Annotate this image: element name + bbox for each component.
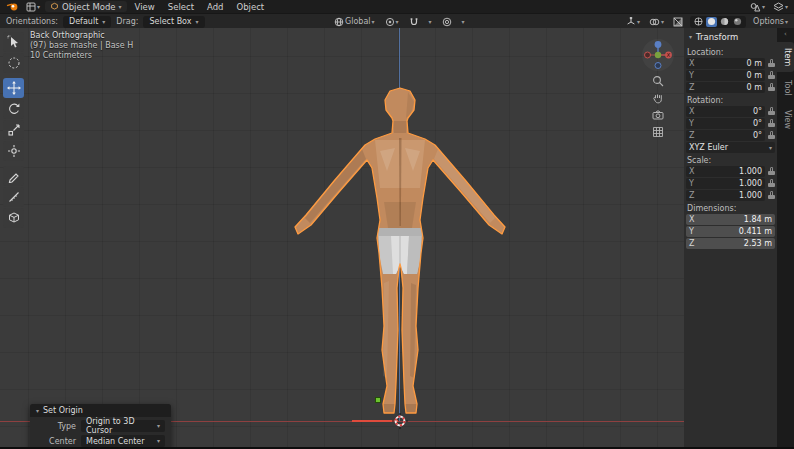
shading-solid-button[interactable] xyxy=(706,17,717,27)
orientation-value: Global xyxy=(345,17,371,26)
origin-type-dropdown[interactable]: Origin to 3D Cursor ▾ xyxy=(81,420,165,432)
pivot-point-dropdown[interactable]: ▾ xyxy=(383,17,401,27)
gizmo-x-label: X xyxy=(667,52,671,58)
mesh-object-human[interactable] xyxy=(280,78,520,428)
editor-type-selector[interactable]: ▾ xyxy=(24,2,42,12)
menu-select[interactable]: Select xyxy=(163,2,199,12)
chevron-down-icon: ▾ xyxy=(157,438,160,444)
origin-center-dropdown[interactable]: Median Center ▾ xyxy=(81,435,165,447)
view-layer-selector[interactable]: ▾ xyxy=(771,2,790,12)
chevron-down-icon: ▾ xyxy=(102,19,105,25)
rotation-x-field[interactable]: X0° xyxy=(686,106,765,117)
lock-icon[interactable] xyxy=(768,192,775,199)
proportional-falloff-dropdown[interactable]: ▾ xyxy=(460,19,467,25)
mode-selector[interactable]: Object Mode ▾ xyxy=(45,1,127,12)
options-label: Options xyxy=(753,17,784,26)
scale-x-field[interactable]: X1.000 xyxy=(686,166,765,177)
scale-y-field[interactable]: Y1.000 xyxy=(686,178,765,189)
tool-select-box[interactable] xyxy=(3,32,24,52)
tab-item[interactable]: Item xyxy=(777,42,794,72)
gizmo-y-axis[interactable] xyxy=(655,52,661,58)
tool-settings-bar: Orientations: Default ▾ Drag: Select Box… xyxy=(0,13,794,29)
options-dropdown[interactable]: Options ▾ xyxy=(751,17,790,26)
tool-move[interactable] xyxy=(3,78,24,98)
pan-hand-icon[interactable] xyxy=(651,91,665,104)
xray-toggle[interactable] xyxy=(671,17,685,27)
location-y-field[interactable]: Y0 m xyxy=(686,70,765,81)
transform-orientation-dropdown[interactable]: Global ▾ xyxy=(332,17,377,27)
proportional-editing-toggle[interactable] xyxy=(440,17,454,27)
set-origin-panel-header[interactable]: ▾ Set Origin xyxy=(30,404,171,417)
cursor-3d[interactable] xyxy=(392,413,408,429)
blender-logo-icon[interactable] xyxy=(4,2,21,12)
tool-select-circle[interactable] xyxy=(3,53,24,73)
snap-settings-dropdown[interactable]: ▾ xyxy=(427,19,434,25)
tool-scale[interactable] xyxy=(3,120,24,140)
viewport-3d[interactable]: Back Orthographic (97) base mashe | Base… xyxy=(0,28,684,447)
tab-tool[interactable]: Tool xyxy=(777,74,794,102)
toggle-ortho-grid-icon[interactable] xyxy=(651,125,665,138)
location-z-field[interactable]: Z0 m xyxy=(686,82,765,93)
active-object-label: (97) base mashe | Base H xyxy=(30,41,133,51)
tool-measure[interactable] xyxy=(3,187,24,207)
dimensions-section-label: Dimensions: xyxy=(687,204,774,213)
tool-rotate[interactable] xyxy=(3,99,24,119)
camera-view-icon[interactable] xyxy=(651,108,665,121)
dimensions-x-value: 1.84 m xyxy=(744,215,772,224)
menu-object[interactable]: Object xyxy=(231,2,269,12)
tab-view[interactable]: View xyxy=(777,104,794,135)
orientations-value: Default xyxy=(69,17,98,26)
transform-panel-header[interactable]: ▾ Transform xyxy=(686,30,775,45)
rotation-y-field[interactable]: Y0° xyxy=(686,118,765,129)
lock-icon[interactable] xyxy=(768,168,775,175)
chevron-down-icon: ▾ xyxy=(196,19,199,25)
gizmo-z-neg-axis[interactable] xyxy=(655,63,661,69)
location-x-field[interactable]: X0 m xyxy=(686,58,765,69)
sidebar-tab-strip: ‹ Item Tool View xyxy=(777,28,794,447)
lock-icon[interactable] xyxy=(768,180,775,187)
tool-annotate[interactable] xyxy=(3,166,24,186)
gizmo-x-neg-axis[interactable] xyxy=(645,52,651,58)
scale-y-value: 1.000 xyxy=(739,179,762,188)
center-label: Center xyxy=(36,437,76,446)
chevron-down-icon: ▾ xyxy=(637,19,640,25)
shading-material-button[interactable] xyxy=(719,17,730,27)
show-overlays-dropdown[interactable]: ▾ xyxy=(647,17,666,27)
navigation-gizmo[interactable]: X xyxy=(641,38,675,72)
rotation-mode-dropdown[interactable]: XYZ Euler ▾ xyxy=(686,142,775,153)
rotation-z-field[interactable]: Z0° xyxy=(686,130,765,141)
dimensions-x-field[interactable]: X1.84 m xyxy=(686,214,775,225)
rotation-x-value: 0° xyxy=(753,107,762,116)
shading-rendered-button[interactable] xyxy=(732,17,743,27)
scale-x-value: 1.000 xyxy=(739,167,762,176)
zoom-icon[interactable] xyxy=(651,74,665,87)
tool-add-cube[interactable] xyxy=(3,208,24,228)
dimensions-z-field[interactable]: Z2.53 m xyxy=(686,238,775,249)
lock-icon[interactable] xyxy=(768,72,775,79)
sidebar-collapse-icon[interactable]: ‹ xyxy=(777,29,794,41)
topbar: ▾ Object Mode ▾ View Select Add Object ▾… xyxy=(0,0,794,13)
axis-z-label: Z xyxy=(689,191,694,200)
dimensions-y-field[interactable]: Y0.411 m xyxy=(686,226,775,237)
menu-add[interactable]: Add xyxy=(202,2,228,12)
sidebar-n-panel: ▾ Transform Location: X0 m Y0 m Z0 m Rot… xyxy=(684,28,777,447)
chevron-down-icon: ▾ xyxy=(661,19,664,25)
orientations-dropdown[interactable]: Default ▾ xyxy=(63,16,111,28)
chevron-down-icon: ▾ xyxy=(762,4,765,10)
lock-icon[interactable] xyxy=(768,60,775,67)
axis-z-label: Z xyxy=(689,83,694,92)
lock-icon[interactable] xyxy=(768,108,775,115)
tool-transform[interactable] xyxy=(3,141,24,161)
menu-view[interactable]: View xyxy=(130,2,160,12)
scale-z-field[interactable]: Z1.000 xyxy=(686,190,765,201)
scene-selector[interactable]: ▾ xyxy=(748,2,767,12)
axis-y-label: Y xyxy=(689,71,694,80)
show-gizmo-dropdown[interactable]: ▾ xyxy=(624,17,642,27)
gizmo-z-axis[interactable] xyxy=(655,41,662,48)
lock-icon[interactable] xyxy=(768,84,775,91)
shading-wireframe-button[interactable] xyxy=(693,17,704,27)
lock-icon[interactable] xyxy=(768,132,775,139)
lock-icon[interactable] xyxy=(768,120,775,127)
snap-toggle[interactable] xyxy=(407,17,421,27)
drag-dropdown[interactable]: Select Box ▾ xyxy=(143,16,204,28)
